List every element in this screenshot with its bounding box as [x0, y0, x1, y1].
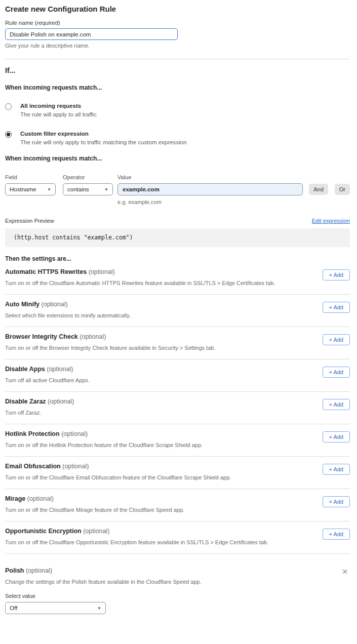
value-helper-text: e.g. example.com [117, 199, 303, 205]
value-column-label: Value [117, 174, 303, 180]
setting-row: Mirage (optional) Turn on or off the Clo… [5, 489, 350, 521]
setting-name: Hotlink Protection [5, 430, 60, 437]
setting-row: Auto Minify (optional) Select which file… [5, 295, 350, 327]
radio-description: The rule will apply to all traffic [20, 111, 97, 117]
add-setting-button[interactable]: + Add [323, 431, 350, 442]
add-setting-button[interactable]: + Add [323, 302, 350, 313]
setting-name: Disable Zaraz [5, 398, 46, 405]
operator-column-label: Operator [63, 174, 113, 180]
field-select-value: Hostname [10, 186, 36, 192]
radio-button-selected[interactable] [5, 131, 12, 138]
edit-expression-link[interactable]: Edit expression [312, 218, 350, 224]
radio-button-unselected[interactable] [5, 103, 12, 110]
setting-description: Turn on or off the Cloudflare Email Obfu… [5, 474, 231, 480]
setting-optional-tag: (optional) [89, 268, 115, 275]
expression-preview-label: Expression Preview [5, 218, 54, 224]
setting-optional-tag: (optional) [83, 528, 109, 535]
setting-description: Turn off Zaraz. [5, 410, 74, 416]
radio-label: All incoming requests [20, 103, 97, 109]
setting-optional-tag: (optional) [42, 301, 68, 308]
settings-list: Automatic HTTPS Rewrites (optional) Turn… [5, 262, 350, 554]
field-column-label: Field [5, 174, 56, 180]
setting-optional-tag: (optional) [80, 333, 106, 340]
setting-row: Browser Integrity Check (optional) Turn … [5, 327, 350, 359]
setting-optional-tag: (optional) [26, 567, 52, 574]
setting-optional-tag: (optional) [47, 366, 73, 373]
setting-name: Opportunistic Encryption [5, 528, 82, 535]
radio-option-all-incoming-requests[interactable]: All incoming requests The rule will appl… [5, 103, 350, 117]
setting-name: Automatic HTTPS Rewrites [5, 268, 87, 275]
setting-description: Change the settings of the Polish featur… [5, 579, 202, 585]
polish-select-value: Off [10, 605, 17, 611]
add-setting-button[interactable]: + Add [323, 464, 350, 475]
rule-name-input[interactable] [5, 28, 178, 40]
polish-select-value-label: Select value [5, 593, 350, 599]
field-select[interactable]: Hostname ▼ [5, 183, 56, 195]
setting-optional-tag: (optional) [61, 430, 88, 437]
add-setting-button[interactable]: + Add [323, 367, 350, 378]
add-setting-button[interactable]: + Add [323, 334, 350, 345]
setting-row: Automatic HTTPS Rewrites (optional) Turn… [5, 262, 350, 294]
setting-row: Hotlink Protection (optional) Turn on or… [5, 424, 350, 456]
setting-row: Disable Apps (optional) Turn off all act… [5, 359, 350, 391]
close-icon[interactable]: ✕ [342, 568, 348, 575]
setting-name: Browser Integrity Check [5, 333, 78, 340]
if-heading: If... [5, 66, 350, 74]
chevron-down-icon: ▼ [47, 187, 51, 192]
setting-name: Polish [5, 567, 24, 574]
setting-row: Email Obfuscation (optional) Turn on or … [5, 457, 350, 489]
page-title: Create new Configuration Rule [5, 5, 350, 13]
operator-select-value: contains [67, 186, 89, 192]
and-button[interactable]: And [309, 184, 328, 195]
radio-option-custom-filter-expression[interactable]: Custom filter expression The rule will o… [5, 131, 350, 145]
setting-description: Turn off all active Cloudflare Apps. [5, 377, 90, 383]
operator-select[interactable]: contains ▼ [63, 183, 113, 195]
expression-builder-row: Field Hostname ▼ Operator contains ▼ Val… [5, 174, 350, 205]
expression-builder-heading: When incoming requests match... [5, 155, 350, 162]
add-setting-button[interactable]: + Add [323, 529, 350, 540]
setting-description: Turn on or off the Browser Integrity Che… [5, 345, 215, 351]
setting-description: Turn on or off the Cloudflare Opportunis… [5, 539, 268, 545]
setting-optional-tag: (optional) [27, 495, 54, 502]
setting-description: Turn on or off the Cloudflare Automatic … [5, 280, 275, 286]
incoming-requests-match-label: When incoming requests match... [5, 84, 350, 91]
add-setting-button[interactable]: + Add [323, 269, 350, 280]
setting-row: Opportunistic Encryption (optional) Turn… [5, 521, 350, 553]
radio-description: The rule will only apply to traffic matc… [20, 139, 186, 145]
expression-preview-code: (http.host contains "example.com") [5, 228, 350, 247]
rule-name-helper: Give your rule a descriptive name. [5, 43, 350, 49]
setting-description: Turn on or off the Hotlink Protection fe… [5, 442, 203, 448]
setting-description: Select which file extensions to minify a… [5, 312, 131, 318]
radio-label: Custom filter expression [20, 131, 186, 137]
setting-description: Turn on or off the Cloudflare Mirage fea… [5, 507, 184, 513]
setting-name: Auto Minify [5, 301, 39, 308]
setting-row: Disable Zaraz (optional) Turn off Zaraz.… [5, 392, 350, 424]
then-settings-heading: Then the settings are... [5, 255, 350, 262]
add-setting-button[interactable]: + Add [323, 496, 350, 507]
section-divider [5, 59, 350, 59]
polish-value-select[interactable]: Off ▼ [5, 602, 106, 614]
value-input[interactable] [117, 183, 303, 195]
setting-name: Mirage [5, 495, 25, 502]
setting-name: Disable Apps [5, 366, 45, 373]
chevron-down-icon: ▼ [104, 187, 108, 192]
setting-optional-tag: (optional) [48, 398, 74, 405]
setting-optional-tag: (optional) [62, 463, 89, 470]
chevron-down-icon: ▼ [97, 606, 101, 611]
add-setting-button[interactable]: + Add [323, 399, 350, 410]
or-button[interactable]: Or [335, 184, 350, 195]
rule-name-label: Rule name (required) [5, 20, 350, 26]
create-configuration-rule-page: Create new Configuration Rule Rule name … [0, 0, 357, 620]
setting-row-polish: Polish (optional) Change the settings of… [5, 554, 350, 585]
setting-name: Email Obfuscation [5, 463, 61, 470]
